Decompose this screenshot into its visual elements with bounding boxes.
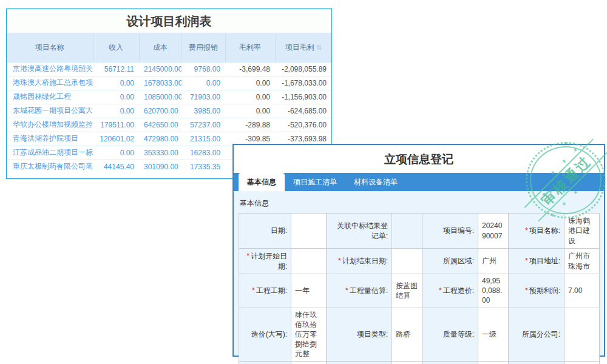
project-name-link[interactable]: 青海洪湖养护院项目 <box>7 132 93 146</box>
region-field[interactable]: 广州 <box>478 249 509 274</box>
project-name-label: *项目名称: <box>509 214 565 249</box>
registration-form-grid: 日期: 关联中标结果登记单: 项目编号: 2024090007 *项目名称: 珠… <box>239 213 600 364</box>
tab-materials-list[interactable]: 材料设备清单 <box>345 173 406 191</box>
project-cost-field[interactable]: 49,950,088.00 <box>478 274 509 308</box>
expense-value: 57237.00 <box>181 118 225 132</box>
cost-in-words-label: 造价(大写): <box>239 308 291 361</box>
project-name-field[interactable]: 珠海鹤港口建设 <box>565 214 600 249</box>
tab-bar: 基本信息 项目施工清单 材料设备清单 <box>234 173 604 191</box>
bid-result-field[interactable] <box>392 214 422 249</box>
project-cost-label: *工程造价: <box>422 274 478 308</box>
registration-title: 立项信息登记 <box>234 145 604 173</box>
col-header-profit[interactable]: 项目毛利⇅ <box>275 33 331 62</box>
cost-value: 353330.00 <box>139 146 181 160</box>
income-value: 56712.11 <box>93 62 139 76</box>
table-row: 晟铭园林绿化工程 0.00 1085000.00 71903.00 0.00 -… <box>7 90 331 104</box>
branch-company-field[interactable] <box>565 308 600 361</box>
income-value: 179511.00 <box>93 118 139 132</box>
cost-value: 472980.00 <box>139 132 181 146</box>
duration-label: *工程工期: <box>239 274 291 308</box>
expense-value: 21315.00 <box>181 132 225 146</box>
form-row: 日期: 关联中标结果登记单: 项目编号: 2024090007 *项目名称: 珠… <box>239 214 600 249</box>
business-nature-select[interactable]: 请选择 <box>392 361 422 364</box>
form-row: 造价(大写): 肆仟玖佰玖拾伍万零捌拾捌元整 项目类型: 路桥 质量等级: 一级… <box>239 308 600 361</box>
project-number-value: 2024090007 <box>478 214 509 249</box>
col-header-margin: 毛利率 <box>225 33 275 62</box>
section-title: 基本信息 <box>239 195 599 213</box>
expense-value: 71903.00 <box>181 90 225 104</box>
project-manager-label: 项目负责人: <box>422 361 478 364</box>
project-name-link[interactable]: 晟铭园林绿化工程 <box>7 90 93 104</box>
cost-value: 620700.00 <box>139 104 181 118</box>
expected-profit-label: *预期利润: <box>509 274 565 308</box>
cost-value: 2145000.00 <box>139 62 181 76</box>
quantity-estimate-field[interactable]: 按蓝图结算 <box>392 274 422 308</box>
profit-table-title: 设计项目利润表 <box>7 9 331 33</box>
project-address-label: *项目地址: <box>509 249 565 274</box>
project-type-label: 项目类型: <box>327 308 392 361</box>
quantity-estimate-label: *工程量估算: <box>327 274 392 308</box>
col-header-expense: 费用报销 <box>181 33 225 62</box>
expense-value: 9768.00 <box>181 62 225 76</box>
profit-value: -520,376.00 <box>275 118 331 132</box>
project-status-label: 项目状态: <box>239 361 291 364</box>
profit-value: -624,685.00 <box>275 104 331 118</box>
plan-start-field[interactable] <box>291 249 327 274</box>
plan-end-label: *计划结束日期: <box>327 249 392 274</box>
project-number-label: 项目编号: <box>422 214 478 249</box>
project-type-field[interactable]: 路桥 <box>392 308 422 361</box>
expense-value: 0.00 <box>181 76 225 90</box>
project-manager-field[interactable]: 陈丹 <box>478 361 509 364</box>
project-status-value: 立项分析 <box>291 361 327 364</box>
tab-basic-info[interactable]: 基本信息 <box>239 173 285 191</box>
form-row: *工程工期: 一年 *工程量估算: 按蓝图结算 *工程造价: 49,950,08… <box>239 274 600 308</box>
margin-value: 0.00 <box>225 104 275 118</box>
registration-panel: 立项信息登记 基本信息 项目施工清单 材料设备清单 基本信息 日期: 关联中标结… <box>232 144 605 357</box>
cost-value: 1678033.00 <box>139 76 181 90</box>
duration-field[interactable]: 一年 <box>291 274 327 308</box>
branch-company-label: 所属分公司: <box>509 308 565 361</box>
profit-value: -2,098,055.89 <box>275 62 331 76</box>
expense-value: 3985.00 <box>181 104 225 118</box>
quality-grade-field[interactable]: 一级 <box>478 308 509 361</box>
margin-value: 0.00 <box>225 76 275 90</box>
date-field[interactable] <box>291 214 327 249</box>
project-name-link[interactable]: 华软办公楼增加视频监控项 <box>7 118 93 132</box>
project-name-link[interactable]: 重庆太极制药有限公司亳州 <box>7 160 93 174</box>
income-value: 0.00 <box>93 146 139 160</box>
margin-value: 0.00 <box>225 90 275 104</box>
table-row: 华软办公楼增加视频监控项 179511.00 642650.00 57237.0… <box>7 118 331 132</box>
profit-value: -1,678,033.00 <box>275 76 331 90</box>
plan-end-field[interactable] <box>392 249 422 274</box>
profit-table-header-row: 项目名称 收入 成本 费用报销 毛利率 项目毛利⇅ <box>7 33 331 62</box>
project-address-field[interactable]: 广州市珠海市 <box>565 249 600 274</box>
plan-start-label: *计划开始日期: <box>239 249 291 274</box>
sort-icon[interactable]: ⇅ <box>316 44 322 51</box>
region-label: 所属区域: <box>422 249 478 274</box>
profit-value: -1,156,903.00 <box>275 90 331 104</box>
quality-grade-label: 质量等级: <box>422 308 478 361</box>
expected-profit-field[interactable]: 7.00 <box>565 274 600 308</box>
income-value: 120601.02 <box>93 132 139 146</box>
col-header-project-name: 项目名称 <box>7 33 93 62</box>
table-row: 东城花园一期项目公寓大堂 0.00 620700.00 3985.00 0.00… <box>7 104 331 118</box>
margin-value: -289.88 <box>225 118 275 132</box>
table-row: 港珠澳大桥施工总承包项目 0.00 1678033.00 0.00 0.00 -… <box>7 76 331 90</box>
cost-value: 642650.00 <box>139 118 181 132</box>
business-nature-label: 业务性质: <box>327 361 392 364</box>
form-row: 项目状态: 立项分析 业务性质: 请选择 项目负责人: 陈丹 <box>239 361 600 364</box>
cost-in-words-value: 肆仟玖佰玖拾伍万零捌拾捌元整 <box>291 308 327 361</box>
table-row: 京港澳高速公路粤境韶关至 56712.11 2145000.00 9768.00… <box>7 62 331 76</box>
tab-construction-list[interactable]: 项目施工清单 <box>285 173 345 191</box>
margin-value: -3,699.48 <box>225 62 275 76</box>
empty-label-cell <box>509 361 565 364</box>
project-name-link[interactable]: 京港澳高速公路粤境韶关至 <box>7 62 93 76</box>
project-name-link[interactable]: 港珠澳大桥施工总承包项目 <box>7 76 93 90</box>
col-header-income: 收入 <box>93 33 139 62</box>
project-name-link[interactable]: 江苏成品油二期项目一标段 <box>7 146 93 160</box>
project-name-link[interactable]: 东城花园一期项目公寓大堂 <box>7 104 93 118</box>
form-row: *计划开始日期: *计划结束日期: 所属区域: 广州 *项目地址: 广州市珠海市 <box>239 249 600 274</box>
col-header-cost: 成本 <box>139 33 181 62</box>
bid-result-label: 关联中标结果登记单: <box>327 214 392 249</box>
income-value: 0.00 <box>93 90 139 104</box>
